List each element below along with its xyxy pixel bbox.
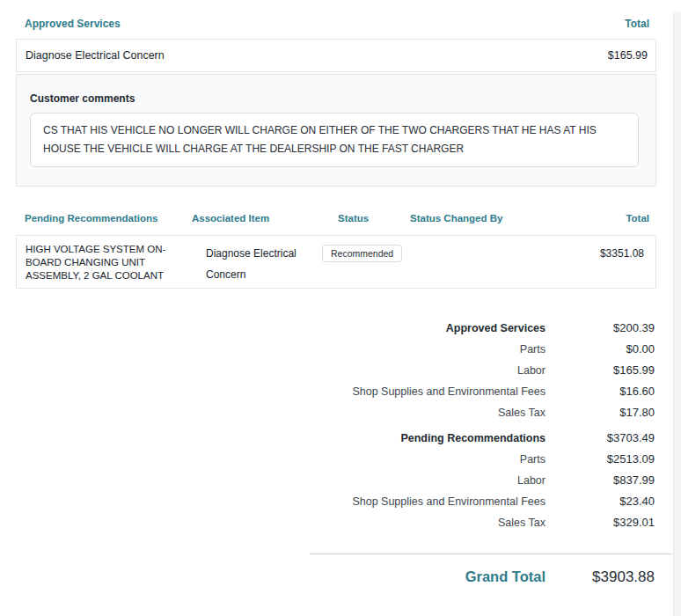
summary-line-label: Sales Tax (0, 407, 546, 419)
status-badge: Recommended (322, 245, 402, 262)
scrollbar-track[interactable] (673, 11, 681, 616)
summary-line-label: Sales Tax (0, 517, 546, 529)
approved-service-total: $165.99 (608, 49, 648, 62)
summary-approved-total: $200.39 (546, 321, 655, 334)
summary-line-value: $17.80 (546, 406, 655, 419)
grand-total-divider (310, 554, 671, 554)
summary-line: Labor $165.99 (0, 363, 655, 385)
summary-line-value: $0.00 (546, 342, 655, 356)
summary-line-label: Labor (0, 364, 546, 377)
summary-line: Parts $2513.09 (0, 452, 655, 473)
summary-line-label: Labor (0, 474, 546, 487)
customer-comments-label: Customer comments (30, 92, 642, 105)
totals-summary: Approved Services $200.39 Parts $0.00 La… (0, 321, 672, 586)
approved-services-title: Approved Services (25, 18, 121, 30)
approved-services-total-header: Total (625, 18, 649, 30)
main-content: Approved Services Total Diagnose Electri… (0, 0, 672, 586)
summary-group-label-row: Pending Recommendations $3703.49 (0, 431, 655, 452)
summary-line: Labor $837.99 (0, 473, 655, 495)
customer-comments-box[interactable]: CS THAT HIS VEHICLE NO LONGER WILL CHARG… (30, 113, 639, 167)
summary-line-value: $837.99 (546, 473, 655, 487)
pending-recommendation-row[interactable]: HIGH VOLTAGE SYSTEM ON-BOARD CHANGING UN… (16, 235, 656, 289)
pending-recommendations-header-row: Pending Recommendations Associated Item … (0, 213, 672, 225)
summary-line: Sales Tax $329.01 (0, 516, 655, 537)
estimate-page: Approved Services Total Diagnose Electri… (0, 0, 681, 616)
summary-pending-total: $3703.49 (546, 431, 655, 444)
summary-line: Shop Supplies and Environmental Fees $23… (0, 495, 655, 516)
approved-service-row[interactable]: Diagnose Electrical Concern $165.99 (16, 39, 656, 72)
grand-total-label: Grand Total (0, 568, 546, 585)
summary-line-value: $2513.09 (546, 452, 655, 466)
summary-approved-label: Approved Services (0, 322, 546, 334)
summary-line-label: Parts (0, 343, 546, 356)
pending-header-status-changed-by: Status Changed By (410, 213, 502, 224)
summary-line-value: $23.40 (546, 495, 655, 508)
approved-service-name: Diagnose Electrical Concern (26, 49, 608, 62)
pending-row-total: $3351.08 (600, 247, 644, 260)
summary-pending-label: Pending Recommendations (0, 432, 546, 444)
approved-services-header: Approved Services Total (25, 18, 649, 30)
pending-header-name: Pending Recommendations (25, 213, 157, 224)
summary-line-label: Shop Supplies and Environmental Fees (0, 495, 546, 508)
summary-line-value: $16.60 (546, 385, 655, 398)
summary-line: Sales Tax $17.80 (0, 406, 655, 427)
grand-total-row: Grand Total $3903.88 (0, 568, 655, 586)
pending-row-associated-item: Diagnose Electrical Concern (206, 243, 304, 285)
summary-line-label: Parts (0, 453, 546, 466)
summary-line-label: Shop Supplies and Environmental Fees (0, 385, 546, 398)
summary-line: Parts $0.00 (0, 342, 655, 363)
summary-line: Shop Supplies and Environmental Fees $16… (0, 385, 655, 406)
pending-header-total: Total (626, 213, 649, 224)
customer-comments-text: CS THAT HIS VEHICLE NO LONGER WILL CHARG… (43, 121, 606, 158)
pending-header-status: Status (338, 213, 369, 224)
summary-line-value: $165.99 (546, 363, 655, 377)
summary-group-label-row: Approved Services $200.39 (0, 321, 655, 342)
pending-row-name: HIGH VOLTAGE SYSTEM ON-BOARD CHANGING UN… (26, 243, 171, 282)
grand-total-value: $3903.88 (546, 568, 655, 586)
summary-line-value: $329.01 (546, 516, 655, 529)
customer-comments-panel: Customer comments CS THAT HIS VEHICLE NO… (16, 74, 656, 187)
pending-header-associated-item: Associated Item (192, 213, 269, 224)
